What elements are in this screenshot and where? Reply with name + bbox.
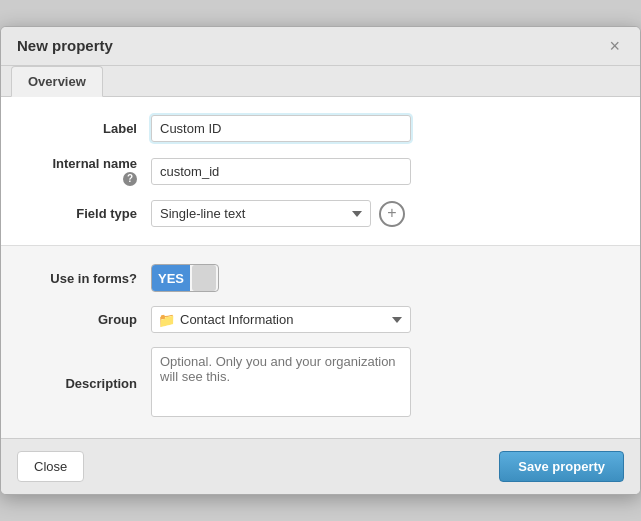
new-property-dialog: New property × Overview Label Internal n… (0, 26, 641, 496)
description-textarea[interactable] (151, 347, 411, 417)
internal-name-row: Internal name ? (31, 156, 610, 187)
field-type-select-wrapper: Single-line text Multi-line text Number … (151, 200, 411, 227)
dialog-close-x-button[interactable]: × (605, 37, 624, 55)
description-row: Description (31, 347, 610, 420)
overview-section: Label Internal name ? Field type Single-… (1, 97, 640, 247)
description-wrapper (151, 347, 411, 420)
internal-name-label: Internal name ? (31, 156, 151, 187)
dialog-title: New property (17, 37, 113, 54)
group-wrapper: 📁 Contact Information General Other (151, 306, 411, 333)
field-type-row: Field type Single-line text Multi-line t… (31, 200, 610, 227)
use-in-forms-row: Use in forms? YES (31, 264, 610, 292)
use-in-forms-label: Use in forms? (31, 271, 151, 286)
group-select-wrapper: 📁 Contact Information General Other (151, 306, 411, 333)
internal-name-wrapper (151, 158, 411, 185)
group-row: Group 📁 Contact Information General Othe… (31, 306, 610, 333)
description-label: Description (31, 376, 151, 391)
toggle-no-handle (192, 265, 216, 291)
field-type-wrapper: Single-line text Multi-line text Number … (151, 200, 411, 227)
tab-overview[interactable]: Overview (11, 66, 103, 97)
close-button[interactable]: Close (17, 451, 84, 482)
tabs-bar: Overview (1, 66, 640, 97)
save-property-button[interactable]: Save property (499, 451, 624, 482)
group-label: Group (31, 312, 151, 327)
label-input[interactable] (151, 115, 411, 142)
internal-name-input[interactable] (151, 158, 411, 185)
plus-icon: + (387, 205, 396, 221)
dialog-header: New property × (1, 27, 640, 66)
group-select[interactable]: Contact Information General Other (151, 306, 411, 333)
help-icon[interactable]: ? (123, 172, 137, 186)
dialog-footer: Close Save property (1, 438, 640, 494)
field-type-select[interactable]: Single-line text Multi-line text Number … (151, 200, 371, 227)
use-in-forms-toggle[interactable]: YES (151, 264, 219, 292)
toggle-wrapper: YES (151, 264, 219, 292)
label-field-label: Label (31, 121, 151, 136)
add-field-type-button[interactable]: + (379, 201, 405, 227)
label-row: Label (31, 115, 610, 142)
toggle-yes-label: YES (152, 265, 190, 291)
options-section: Use in forms? YES Group 📁 Contact Inform… (1, 246, 640, 438)
label-field-wrapper (151, 115, 411, 142)
field-type-label: Field type (31, 206, 151, 221)
